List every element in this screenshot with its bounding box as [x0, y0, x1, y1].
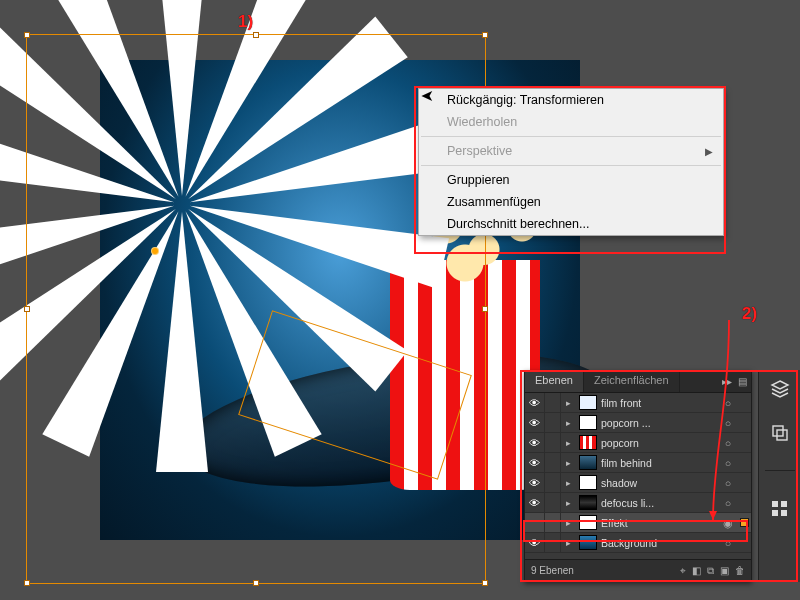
- layers-dock-icon[interactable]: [769, 378, 791, 400]
- layer-thumbnail: [579, 435, 597, 450]
- layer-name[interactable]: Effekt: [601, 517, 719, 529]
- layer-thumbnail: [579, 515, 597, 530]
- annotation-1: 1): [238, 12, 253, 32]
- target-icon[interactable]: ○: [719, 457, 737, 469]
- tab-artboards[interactable]: Zeichenflächen: [584, 371, 680, 392]
- layer-row[interactable]: ▸popcorn ...○: [525, 413, 751, 433]
- disclosure-triangle-icon[interactable]: ▸: [561, 538, 575, 548]
- visibility-toggle[interactable]: [525, 513, 545, 532]
- layer-thumbnail: [579, 535, 597, 550]
- menu-group[interactable]: Gruppieren: [419, 169, 723, 191]
- svg-rect-4: [772, 510, 778, 516]
- layer-count: 9 Ebenen: [531, 565, 574, 576]
- eye-icon: [529, 537, 540, 549]
- visibility-toggle[interactable]: [525, 493, 545, 512]
- lock-column[interactable]: [545, 433, 561, 452]
- selection-indicator[interactable]: [737, 517, 751, 529]
- lock-column[interactable]: [545, 413, 561, 432]
- resize-handle[interactable]: [482, 580, 488, 586]
- disclosure-triangle-icon[interactable]: ▸: [561, 518, 575, 528]
- assets-dock-icon[interactable]: [769, 497, 791, 519]
- locate-object-icon[interactable]: ⌖: [680, 565, 686, 577]
- visibility-toggle[interactable]: [525, 453, 545, 472]
- lock-column[interactable]: [545, 513, 561, 532]
- menu-join[interactable]: Zusammenfügen: [419, 191, 723, 213]
- lock-column[interactable]: [545, 393, 561, 412]
- eye-icon: [529, 397, 540, 409]
- layers-panel: Ebenen Zeichenflächen ▸▸ ▤ ▸film front○▸…: [524, 370, 752, 582]
- layer-name[interactable]: defocus li...: [601, 497, 719, 509]
- panel-expand-icon[interactable]: ▸▸: [722, 376, 732, 387]
- layer-thumbnail: [579, 475, 597, 490]
- disclosure-triangle-icon[interactable]: ▸: [561, 478, 575, 488]
- tab-layers[interactable]: Ebenen: [525, 371, 584, 392]
- svg-rect-1: [777, 430, 787, 440]
- new-layer-icon[interactable]: ▣: [720, 565, 729, 577]
- resize-handle[interactable]: [482, 32, 488, 38]
- panel-footer: 9 Ebenen ⌖ ◧ ⧉ ▣ 🗑: [525, 559, 751, 581]
- menu-separator: [421, 136, 721, 137]
- layer-thumbnail: [579, 395, 597, 410]
- lock-column[interactable]: [545, 473, 561, 492]
- panel-dock: [758, 370, 800, 582]
- target-icon[interactable]: ○: [719, 497, 737, 509]
- disclosure-triangle-icon[interactable]: ▸: [561, 418, 575, 428]
- eye-icon: [529, 497, 540, 509]
- target-icon[interactable]: ○: [719, 437, 737, 449]
- lock-column[interactable]: [545, 493, 561, 512]
- svg-rect-0: [773, 426, 783, 436]
- selection-color-box: [740, 518, 749, 527]
- visibility-toggle[interactable]: [525, 433, 545, 452]
- starburst-rays[interactable]: [0, 0, 386, 434]
- layer-row[interactable]: ▸Background○: [525, 533, 751, 553]
- visibility-toggle[interactable]: [525, 393, 545, 412]
- target-icon[interactable]: ○: [719, 417, 737, 429]
- layer-name[interactable]: popcorn ...: [601, 417, 719, 429]
- panel-menu-icon[interactable]: ▤: [738, 376, 747, 387]
- layer-row[interactable]: ▸Effekt◉: [525, 513, 751, 533]
- disclosure-triangle-icon[interactable]: ▸: [561, 398, 575, 408]
- lock-column[interactable]: [545, 533, 561, 552]
- visibility-toggle[interactable]: [525, 413, 545, 432]
- layer-row[interactable]: ▸film front○: [525, 393, 751, 413]
- layer-row[interactable]: ▸popcorn○: [525, 433, 751, 453]
- context-menu: Rückgängig: Transformieren Wiederholen P…: [418, 88, 724, 236]
- delete-layer-icon[interactable]: 🗑: [735, 565, 745, 577]
- resize-handle[interactable]: [24, 580, 30, 586]
- layer-name[interactable]: film behind: [601, 457, 719, 469]
- annotation-2: 2): [742, 304, 757, 324]
- target-icon[interactable]: ◉: [719, 517, 737, 529]
- disclosure-triangle-icon[interactable]: ▸: [561, 498, 575, 508]
- popcorn-bucket-graphic: [390, 260, 540, 490]
- layer-row[interactable]: ▸shadow○: [525, 473, 751, 493]
- layer-name[interactable]: film front: [601, 397, 719, 409]
- layer-thumbnail: [579, 495, 597, 510]
- layers-list[interactable]: ▸film front○▸popcorn ...○▸popcorn○▸film …: [525, 393, 751, 559]
- artboards-dock-icon[interactable]: [769, 422, 791, 444]
- disclosure-triangle-icon[interactable]: ▸: [561, 458, 575, 468]
- disclosure-triangle-icon[interactable]: ▸: [561, 438, 575, 448]
- menu-redo: Wiederholen: [419, 111, 723, 133]
- lock-column[interactable]: [545, 453, 561, 472]
- layer-name[interactable]: popcorn: [601, 437, 719, 449]
- layer-name[interactable]: shadow: [601, 477, 719, 489]
- visibility-toggle[interactable]: [525, 533, 545, 552]
- eye-icon: [529, 477, 540, 489]
- dock-separator: [765, 470, 795, 471]
- target-icon[interactable]: ○: [719, 537, 737, 549]
- panel-tab-bar: Ebenen Zeichenflächen ▸▸ ▤: [525, 371, 751, 393]
- layer-row[interactable]: ▸film behind○: [525, 453, 751, 473]
- svg-rect-3: [781, 501, 787, 507]
- svg-rect-2: [772, 501, 778, 507]
- layer-row[interactable]: ▸defocus li...○: [525, 493, 751, 513]
- new-sublayer-icon[interactable]: ⧉: [707, 565, 714, 577]
- menu-average[interactable]: Durchschnitt berechnen...: [419, 213, 723, 235]
- layer-name[interactable]: Background: [601, 537, 719, 549]
- resize-handle[interactable]: [253, 580, 259, 586]
- target-icon[interactable]: ○: [719, 397, 737, 409]
- menu-undo[interactable]: Rückgängig: Transformieren: [419, 89, 723, 111]
- target-icon[interactable]: ○: [719, 477, 737, 489]
- layer-thumbnail: [579, 455, 597, 470]
- visibility-toggle[interactable]: [525, 473, 545, 492]
- make-clipping-mask-icon[interactable]: ◧: [692, 565, 701, 577]
